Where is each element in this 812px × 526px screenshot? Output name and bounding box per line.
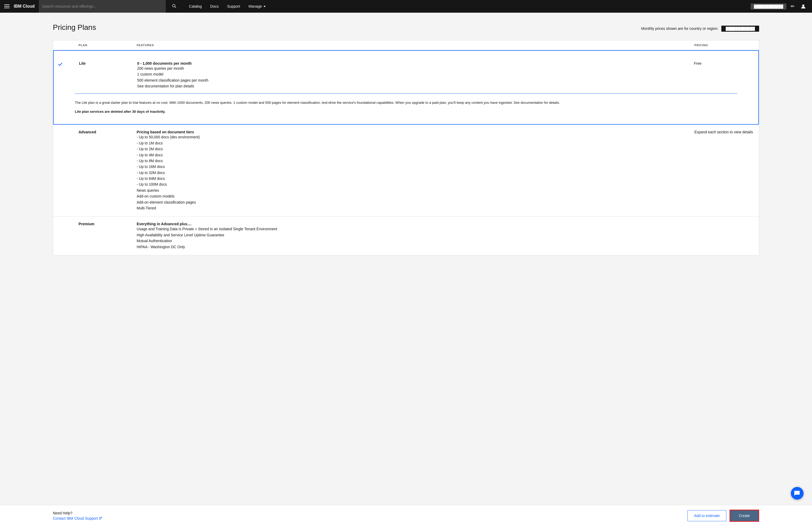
plan-row-lite[interactable]: Lite 0 - 1,000 documents per month 200 n… (53, 50, 759, 125)
advanced-feature-main: Pricing based on document tiers (137, 130, 686, 134)
lite-feature-3: See documentation for plan details (137, 83, 685, 89)
adv-f3: - Up to 4M docs (137, 152, 686, 158)
plan-row-premium[interactable]: Premium Everything in Advanced plus.... … (53, 216, 759, 255)
add-to-estimate-button[interactable]: Add to estimate (687, 510, 726, 521)
lite-feature-main: 0 - 1,000 documents per month (137, 61, 685, 65)
advanced-features: Pricing based on document tiers - Up to … (132, 130, 690, 211)
lite-warning: Lite plan services are deleted after 30 … (54, 107, 758, 119)
adv-f4: - Up to 8M docs (137, 158, 686, 164)
header-pricing: PRICING (690, 44, 759, 47)
svg-point-3 (173, 4, 175, 7)
lite-feature-0: 200 news queries per month (137, 65, 685, 71)
adv-f10: Add-on custom models (137, 193, 686, 199)
menu-icon[interactable] (4, 4, 10, 9)
lite-warning-text: Lite plan services are deleted after 30 … (75, 109, 165, 114)
navbar-account[interactable]: ████████████ (751, 3, 786, 10)
lite-description: The Lite plan is a great starter plan to… (54, 98, 758, 108)
lite-feature-2: 500 element classification pages per mon… (137, 77, 685, 83)
svg-line-4 (175, 6, 176, 8)
nav-manage[interactable]: Manage (244, 0, 271, 13)
chat-button[interactable] (791, 487, 803, 500)
page-title: Pricing Plans (53, 23, 96, 32)
main-content: Pricing Plans Monthly prices shown are f… (0, 13, 812, 505)
lite-check-icon (54, 61, 75, 68)
svg-rect-2 (4, 7, 10, 8)
adv-f2: - Up to 2M docs (137, 146, 686, 152)
svg-rect-1 (4, 6, 10, 6)
adv-f6: - Up to 32M docs (137, 170, 686, 176)
premium-check (53, 222, 74, 222)
header-plan: PLAN (74, 44, 132, 47)
region-row: Pricing Plans Monthly prices shown are f… (53, 23, 759, 34)
navbar-right: ████████████ ✏ (751, 3, 808, 10)
navbar: IBM Cloud Catalog Docs Support Manage ██… (0, 0, 812, 13)
search-icon[interactable] (172, 4, 176, 9)
adv-f11: Add-on element classification pages (137, 199, 686, 205)
header-check (53, 44, 74, 47)
lite-top: Lite 0 - 1,000 documents per month 200 n… (54, 56, 758, 89)
adv-f12: Multi-Tiered (137, 205, 686, 211)
region-selector: Monthly prices shown are for country or … (641, 26, 759, 32)
region-label: Monthly prices shown are for country or … (641, 26, 719, 31)
create-button[interactable]: Create (729, 510, 759, 522)
svg-rect-0 (4, 4, 10, 5)
advanced-plan-name: Advanced (74, 130, 132, 134)
lite-features: 0 - 1,000 documents per month 200 news q… (133, 61, 690, 89)
adv-f8: - Up to 100M docs (137, 181, 686, 187)
premium-features: Everything in Advanced plus.... Usage an… (132, 222, 690, 250)
table-header: PLAN FEATURES PRICING (53, 41, 759, 50)
support-link[interactable]: Contact IBM Cloud Support (53, 516, 102, 521)
user-icon[interactable] (799, 4, 808, 9)
pricing-table: PLAN FEATURES PRICING Lite 0 - 1,000 doc… (53, 40, 759, 255)
nav-docs[interactable]: Docs (206, 0, 223, 13)
adv-f5: - Up to 16M docs (137, 164, 686, 169)
edit-icon[interactable]: ✏ (788, 3, 797, 9)
navbar-links: Catalog Docs Support Manage (185, 0, 271, 13)
footer-left: Need Help? Contact IBM Cloud Support (53, 511, 102, 521)
footer-help: Need Help? (53, 511, 102, 515)
navbar-brand: IBM Cloud (14, 4, 34, 9)
lite-plan-name: Lite (75, 61, 133, 65)
adv-f0: - Up to 50,000 docs (dev environment) (137, 134, 686, 140)
adv-f7: - Up to 64M docs (137, 176, 686, 181)
nav-catalog[interactable]: Catalog (185, 0, 206, 13)
region-value[interactable]: ████████████ (721, 26, 759, 32)
lite-divider (75, 93, 737, 94)
prem-f3: HIPAA - Washington DC Only (137, 244, 686, 250)
prem-f0: Usage and Training Data is Private + Sto… (137, 226, 686, 232)
adv-f1: - Up to 1M docs (137, 140, 686, 146)
nav-support[interactable]: Support (223, 0, 244, 13)
search-input[interactable] (39, 0, 166, 13)
header-features: FEATURES (132, 44, 690, 47)
advanced-pricing: Expand each section to view details (690, 130, 759, 134)
lite-feature-1: 1 custom model (137, 71, 685, 77)
prem-f1: High Availability and Service Level Upti… (137, 232, 686, 238)
footer-right: Add to estimate Create (687, 510, 759, 522)
premium-feature-main: Everything in Advanced plus.... (137, 222, 686, 226)
external-link-icon (99, 517, 102, 520)
svg-point-6 (802, 4, 804, 6)
svg-marker-5 (263, 6, 266, 7)
premium-plan-name: Premium (74, 222, 132, 226)
prem-f2: Mutual Authentication (137, 238, 686, 244)
lite-pricing: Free (690, 61, 758, 65)
plan-row-advanced[interactable]: Advanced Pricing based on document tiers… (53, 125, 759, 216)
advanced-check (53, 130, 74, 131)
footer: Need Help? Contact IBM Cloud Support Add… (0, 505, 812, 526)
adv-f9: News queries (137, 187, 686, 193)
